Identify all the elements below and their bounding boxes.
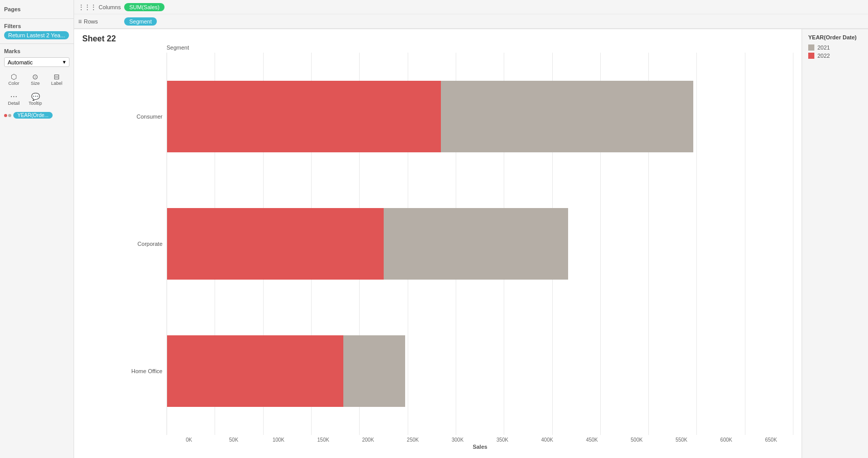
shelf-area: ⋮⋮⋮ Columns SUM(Sales) ≡ Rows Segment (74, 0, 868, 29)
chart-body: Consumer Corporate Home Office (82, 53, 793, 435)
x-axis: 0K 50K 100K 150K 200K 250K 300K 350K 400… (167, 435, 793, 443)
y-axis-header: Segment (82, 44, 793, 51)
tooltip-icon: 💬 (31, 93, 40, 100)
size-button[interactable]: ⊙ Size (26, 71, 45, 88)
bar-group-corporate (167, 204, 793, 283)
bar-track-consumer[interactable] (167, 81, 693, 152)
legend-item-2021: 2021 (808, 44, 862, 51)
legend-title: YEAR(Order Date) (808, 34, 862, 40)
legend-swatch-2022 (808, 53, 814, 59)
bar-corporate-gray (384, 208, 568, 280)
legend-swatch-2021 (808, 44, 814, 51)
bar-homeoffice-red (167, 335, 343, 407)
color-button[interactable]: ⬡ Color (4, 71, 24, 88)
y-axis-labels: Consumer Corporate Home Office (82, 53, 167, 435)
main-content: ⋮⋮⋮ Columns SUM(Sales) ≡ Rows Segment Sh… (74, 0, 868, 458)
pages-label: Pages (4, 6, 69, 12)
x-tick-100: 100K (256, 437, 301, 443)
bar-group-homeoffice (167, 332, 793, 411)
x-tick-450: 450K (570, 437, 615, 443)
chart-area: Sheet 22 Segment Consumer Corporate Home… (74, 29, 802, 458)
marks-icons-row1: ⬡ Color ⊙ Size ⊟ Label (4, 71, 69, 88)
marks-section: Marks Automatic ▾ ⬡ Color ⊙ Size ⊟ Label… (0, 46, 74, 123)
tooltip-label: Tooltip (29, 101, 42, 106)
chart-title: Sheet 22 (82, 34, 793, 43)
label-label: Label (51, 81, 62, 86)
columns-label: ⋮⋮⋮ Columns (78, 4, 124, 11)
x-axis-title: Sales (167, 444, 793, 450)
marks-dropdown[interactable]: Automatic ▾ (4, 57, 69, 67)
legend-panel: YEAR(Order Date) 2021 2022 (802, 29, 868, 458)
pages-section: Pages (0, 4, 74, 19)
label-button[interactable]: ⊟ Label (47, 71, 66, 88)
rows-label: ≡ Rows (78, 18, 124, 25)
label-icon: ⊟ (54, 73, 60, 80)
dot-red (4, 114, 7, 117)
y-label-homeoffice: Home Office (131, 368, 162, 374)
bar-consumer-red (167, 81, 441, 152)
bar-track-corporate[interactable] (167, 208, 568, 280)
filter-pill[interactable]: Return Lastest 2 Yea... (4, 31, 69, 39)
x-tick-550: 550K (659, 437, 704, 443)
marks-label: Marks (4, 48, 69, 54)
size-icon: ⊙ (32, 73, 38, 80)
bars-area (167, 53, 793, 435)
detail-label: Detail (8, 101, 19, 106)
x-tick-250: 250K (390, 437, 435, 443)
x-tick-200: 200K (346, 437, 391, 443)
color-label: Color (8, 81, 19, 86)
detail-button[interactable]: ⋯ Detail (4, 91, 24, 108)
columns-pill[interactable]: SUM(Sales) (124, 3, 165, 11)
rows-shelf: ≡ Rows Segment (74, 14, 868, 29)
legend-label-2022: 2022 (817, 53, 830, 59)
columns-text: Columns (99, 4, 121, 10)
year-pill-tag[interactable]: YEAR(Orde... (13, 112, 53, 119)
columns-shelf: ⋮⋮⋮ Columns SUM(Sales) (74, 0, 868, 14)
year-pill-dots (4, 114, 11, 117)
dot-gray (8, 114, 11, 117)
year-pill-row: YEAR(Orde... (4, 112, 69, 119)
chart-inner: Consumer Corporate Home Office (82, 53, 793, 450)
tooltip-button[interactable]: 💬 Tooltip (26, 91, 45, 108)
filters-section: Filters Return Lastest 2 Yea... (0, 21, 74, 44)
legend-item-2022: 2022 (808, 53, 862, 59)
chevron-down-icon: ▾ (63, 59, 66, 65)
x-tick-150: 150K (301, 437, 346, 443)
legend-label-2021: 2021 (817, 44, 830, 51)
sidebar: Pages Filters Return Lastest 2 Yea... Ma… (0, 0, 74, 458)
x-tick-300: 300K (435, 437, 480, 443)
bar-track-homeoffice[interactable] (167, 335, 405, 407)
x-tick-350: 350K (480, 437, 525, 443)
x-tick-600: 600K (704, 437, 749, 443)
bar-group-consumer (167, 77, 793, 156)
size-label: Size (31, 81, 40, 86)
columns-icon: ⋮⋮⋮ (78, 4, 97, 11)
x-tick-500: 500K (614, 437, 659, 443)
detail-icon: ⋯ (10, 93, 17, 100)
marks-icons-row2: ⋯ Detail 💬 Tooltip (4, 91, 69, 108)
bar-consumer-gray (441, 81, 693, 152)
color-icon: ⬡ (11, 73, 17, 80)
rows-icon: ≡ (78, 18, 82, 25)
x-tick-650: 650K (748, 437, 793, 443)
rows-pill[interactable]: Segment (124, 17, 157, 26)
marks-dropdown-label: Automatic (8, 59, 33, 65)
bar-homeoffice-gray (343, 335, 405, 407)
x-tick-50: 50K (212, 437, 256, 443)
x-tick-0: 0K (167, 437, 212, 443)
rows-text: Rows (84, 18, 98, 25)
y-label-consumer: Consumer (136, 113, 162, 120)
bar-corporate-red (167, 208, 384, 280)
x-tick-400: 400K (525, 437, 570, 443)
filters-label: Filters (4, 23, 69, 29)
y-label-corporate: Corporate (137, 241, 162, 247)
